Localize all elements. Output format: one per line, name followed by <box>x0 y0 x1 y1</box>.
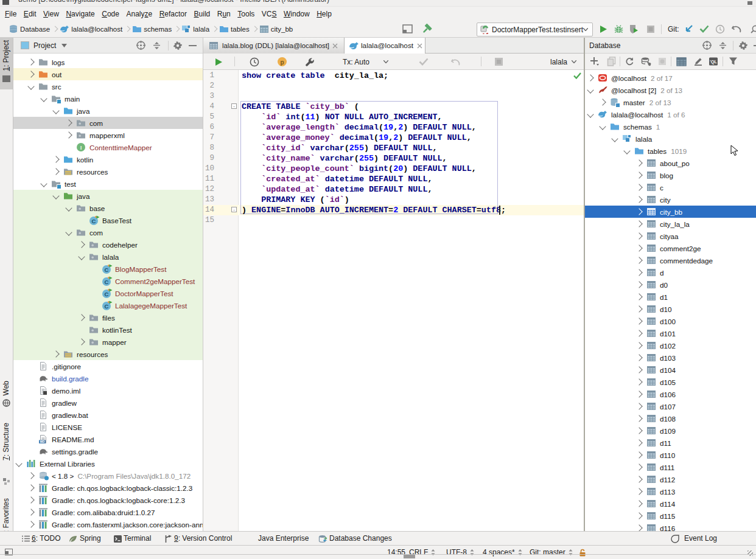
svg-text:I: I <box>80 144 82 151</box>
svg-text:C: C <box>105 303 109 310</box>
svg-text:C: C <box>92 218 96 224</box>
svg-text:C: C <box>105 291 109 297</box>
svg-text:p: p <box>280 59 284 66</box>
svg-text:C: C <box>105 266 109 273</box>
svg-text:'QL: 'QL <box>710 60 717 64</box>
svg-text:MD: MD <box>40 440 45 443</box>
svg-text:C: C <box>105 279 109 285</box>
